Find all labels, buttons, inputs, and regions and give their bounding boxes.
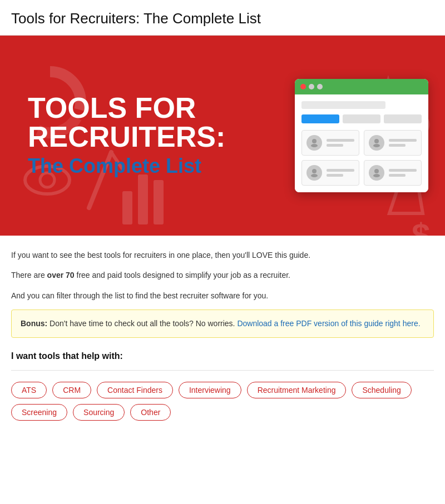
browser-lines-3 <box>327 169 354 177</box>
browser-line <box>389 169 417 172</box>
browser-line <box>389 139 417 142</box>
filter-tag-ats[interactable]: ATS <box>11 382 47 398</box>
filter-tag-contact-finders[interactable]: Contact Finders <box>97 382 173 398</box>
page-header: Tools for Recruiters: The Complete List <box>0 0 445 36</box>
browser-avatar-4 <box>369 165 384 181</box>
intro-para-3: And you can filter through the list to f… <box>11 290 434 302</box>
browser-dot-grey2 <box>317 84 323 89</box>
browser-filters <box>301 114 422 123</box>
filter-tag-screening[interactable]: Screening <box>11 404 67 421</box>
filter-tags: ATSCRMContact FindersInterviewingRecruit… <box>11 382 434 421</box>
browser-card-1 <box>301 130 359 156</box>
hero-text: TOOLS FOR RECRUITERS: The Complete List <box>28 93 284 178</box>
browser-filter-1 <box>343 114 380 123</box>
browser-filter-active <box>301 114 339 123</box>
svg-point-19 <box>374 139 379 143</box>
bonus-label: Bonus: <box>21 319 47 328</box>
browser-body <box>295 94 428 192</box>
filter-tag-sourcing[interactable]: Sourcing <box>73 404 125 421</box>
browser-lines-4 <box>389 169 417 177</box>
browser-line <box>327 174 343 177</box>
browser-card-4 <box>364 160 422 186</box>
svg-point-22 <box>311 174 318 177</box>
browser-search-bar <box>301 101 385 109</box>
filter-heading: I want tools that help with: <box>11 351 434 361</box>
bonus-text: Bonus: Don't have time to check out all … <box>21 318 424 330</box>
browser-dot-red <box>300 84 306 89</box>
hero-title-line1: TOOLS FOR RECRUITERS: <box>28 93 284 151</box>
svg-point-20 <box>373 144 380 147</box>
intro-para-2: There are over 70 free and paid tools de… <box>11 269 434 281</box>
filter-divider <box>11 370 434 371</box>
browser-avatar-3 <box>306 165 322 181</box>
browser-line <box>327 169 354 172</box>
bonus-link[interactable]: Download a free PDF version of this guid… <box>237 319 420 328</box>
browser-dot-grey <box>309 84 314 89</box>
filter-tag-interviewing[interactable]: Interviewing <box>179 382 241 398</box>
filter-tag-other[interactable]: Other <box>130 404 171 421</box>
browser-line <box>389 144 406 147</box>
filter-tag-scheduling[interactable]: Scheduling <box>352 382 411 398</box>
hero-title-sub: The Complete List <box>28 154 284 178</box>
svg-point-21 <box>312 169 317 173</box>
bonus-box: Bonus: Don't have time to check out all … <box>11 310 434 338</box>
svg-point-17 <box>312 139 317 143</box>
browser-line <box>389 174 406 177</box>
hero-mockup <box>295 79 428 192</box>
svg-point-18 <box>311 144 318 147</box>
browser-card-3 <box>301 160 359 186</box>
browser-lines-2 <box>389 139 417 147</box>
filter-tag-recruitment-marketing[interactable]: Recruitment Marketing <box>247 382 347 398</box>
browser-bar <box>295 79 428 94</box>
browser-card-2 <box>364 130 422 156</box>
browser-window <box>295 79 428 192</box>
browser-avatar-1 <box>306 135 322 151</box>
intro-strong: over 70 <box>47 271 75 280</box>
svg-point-23 <box>374 169 379 173</box>
hero-banner: $ ★ TOOLS FOR RECRUITERS: The Complete L… <box>0 36 445 236</box>
intro-para-1: If you want to see the best tools for re… <box>11 249 434 261</box>
browser-line <box>327 139 354 142</box>
browser-line <box>327 144 343 147</box>
browser-avatar-2 <box>369 135 384 151</box>
filter-tag-crm[interactable]: CRM <box>52 382 91 398</box>
main-content: If you want to see the best tools for re… <box>0 236 445 437</box>
browser-grid <box>301 130 422 186</box>
page-container: Tools for Recruiters: The Complete List <box>0 0 445 504</box>
svg-point-24 <box>373 174 380 177</box>
hero-content: TOOLS FOR RECRUITERS: The Complete List <box>0 36 445 236</box>
page-title: Tools for Recruiters: The Complete List <box>11 10 434 27</box>
browser-lines-1 <box>327 139 354 147</box>
browser-filter-2 <box>384 114 422 123</box>
